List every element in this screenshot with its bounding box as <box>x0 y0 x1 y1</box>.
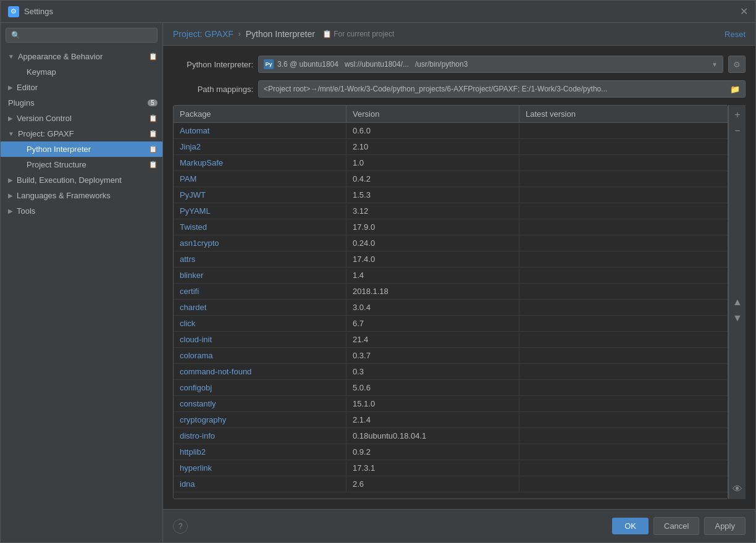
remove-package-button[interactable]: − <box>730 124 745 138</box>
package-name-cell: idna <box>174 476 346 492</box>
table-row[interactable]: chardet 3.0.4 <box>174 300 728 316</box>
breadcrumb-arrow: › <box>238 30 241 38</box>
package-name-cell: certifi <box>174 284 346 299</box>
chevron-right-icon: ▶ <box>8 192 13 199</box>
latest-cell <box>519 364 728 379</box>
table-row[interactable]: MarkupSafe 1.0 <box>174 155 728 171</box>
sidebar-item-project-gpaxf[interactable]: ▼ Project: GPAXF 📋 <box>1 126 162 141</box>
file-icon: 📋 <box>149 161 158 169</box>
bottom-bar: ? OK Cancel Apply <box>163 509 755 542</box>
latest-cell <box>519 267 728 283</box>
help-button[interactable]: ? <box>173 519 188 534</box>
latest-cell <box>519 380 728 395</box>
sidebar-item-label: Appearance & Behavior <box>18 52 103 61</box>
cancel-button[interactable]: Cancel <box>653 517 699 535</box>
breadcrumb-current: Python Interpreter <box>246 29 315 39</box>
table-row[interactable]: cloud-init 21.4 <box>174 332 728 348</box>
table-row[interactable]: colorama 0.3.7 <box>174 348 728 364</box>
sidebar-item-appearance[interactable]: ▼ Appearance & Behavior 📋 <box>1 49 162 64</box>
table-row[interactable]: cryptography 2.1.4 <box>174 412 728 428</box>
search-box[interactable]: 🔍 <box>6 28 158 43</box>
scroll-down-button[interactable]: ▼ <box>730 311 745 326</box>
table-row[interactable]: PAM 0.4.2 <box>174 171 728 187</box>
latest-cell <box>519 348 728 363</box>
table-row[interactable]: command-not-found 0.3 <box>174 364 728 380</box>
table-row[interactable]: PyJWT 1.5.3 <box>174 187 728 203</box>
table-row[interactable]: Automat 0.6.0 <box>174 123 728 139</box>
gear-button[interactable]: ⚙ <box>728 56 746 73</box>
sidebar-item-version-control[interactable]: ▶ Version Control 📋 <box>1 111 162 126</box>
app-icon: ⚙ <box>8 6 19 17</box>
version-cell: 17.9.0 <box>346 219 519 235</box>
sidebar: 🔍 ▼ Appearance & Behavior 📋 Keymap ▶ Edi <box>1 23 163 542</box>
package-name-cell: blinker <box>174 267 346 283</box>
table-row[interactable]: click 6.7 <box>174 316 728 332</box>
latest-cell <box>519 428 728 444</box>
latest-cell <box>519 251 728 267</box>
chevron-right-icon: ▶ <box>8 115 13 122</box>
chevron-right-icon: ▶ <box>8 84 13 91</box>
latest-cell <box>519 284 728 299</box>
breadcrumb-project[interactable]: Project: GPAXF <box>173 29 233 39</box>
table-row[interactable]: Twisted 17.9.0 <box>174 219 728 235</box>
package-name-cell: chardet <box>174 300 346 315</box>
table-body[interactable]: Automat 0.6.0 Jinja2 2.10 MarkupSafe 1.0… <box>174 123 728 499</box>
table-row[interactable]: distro-info 0.18ubuntu0.18.04.1 <box>174 428 728 444</box>
package-name-cell: distro-info <box>174 428 346 444</box>
search-input[interactable] <box>24 31 152 40</box>
table-row[interactable]: asn1crypto 0.24.0 <box>174 235 728 251</box>
sidebar-item-keymap[interactable]: Keymap <box>1 64 162 80</box>
sidebar-item-plugins[interactable]: Plugins 5 <box>1 95 162 111</box>
sidebar-item-languages[interactable]: ▶ Languages & Frameworks <box>1 188 162 203</box>
python-icon: Py <box>264 59 274 69</box>
close-button[interactable]: ✕ <box>740 6 748 17</box>
table-row[interactable]: hyperlink 17.3.1 <box>174 460 728 476</box>
sidebar-item-build[interactable]: ▶ Build, Execution, Deployment <box>1 172 162 188</box>
table-row[interactable]: httplib2 0.9.2 <box>174 444 728 460</box>
table-row[interactable]: idna 2.6 <box>174 476 728 492</box>
table-row[interactable]: blinker 1.4 <box>174 267 728 284</box>
path-selector[interactable]: <Project root>→/mnt/e/1-Work/3-Code/pyth… <box>258 80 746 98</box>
latest-cell <box>519 460 728 476</box>
latest-cell <box>519 139 728 154</box>
version-cell: 1.4 <box>346 267 519 283</box>
package-name-cell: command-not-found <box>174 364 346 379</box>
package-name-cell: PyYAML <box>174 203 346 219</box>
apply-button[interactable]: Apply <box>704 517 746 535</box>
chevron-down-icon: ▼ <box>8 130 14 137</box>
sidebar-item-tools[interactable]: ▶ Tools <box>1 203 162 219</box>
table-row[interactable]: Jinja2 2.10 <box>174 139 728 155</box>
interpreter-label: Python Interpreter: <box>173 60 253 69</box>
package-name-cell: Automat <box>174 123 346 138</box>
version-cell: 2.6 <box>346 476 519 492</box>
latest-cell <box>519 171 728 187</box>
settings-window: ⚙ Settings ✕ 🔍 ▼ Appearance & Behavior 📋… <box>0 0 756 543</box>
folder-icon[interactable]: 📁 <box>730 85 740 94</box>
version-cell: 17.4.0 <box>346 251 519 267</box>
reset-button[interactable]: Reset <box>724 30 746 39</box>
file-icon: 📋 <box>149 53 158 61</box>
latest-cell <box>519 219 728 235</box>
chevron-down-icon: ▼ <box>712 61 718 68</box>
package-name-cell: cryptography <box>174 412 346 427</box>
col-package: Package <box>174 106 346 122</box>
ok-button[interactable]: OK <box>612 518 649 534</box>
file-icon: 📋 <box>149 114 158 122</box>
package-name-cell: asn1crypto <box>174 235 346 251</box>
interpreter-selector[interactable]: Py 3.6 @ ubuntu1804 wsl://ubuntu1804/...… <box>258 56 723 73</box>
package-name-cell: PAM <box>174 171 346 187</box>
table-row[interactable]: configobj 5.0.6 <box>174 380 728 396</box>
table-row[interactable]: attrs 17.4.0 <box>174 251 728 267</box>
table-row[interactable]: PyYAML 3.12 <box>174 203 728 219</box>
scroll-up-button[interactable]: ▲ <box>730 295 745 309</box>
sidebar-item-python-interpreter[interactable]: Python Interpreter 📋 <box>1 141 162 157</box>
sidebar-item-label: Project: GPAXF <box>18 129 74 138</box>
eye-button[interactable]: 👁 <box>730 482 745 497</box>
sidebar-item-editor[interactable]: ▶ Editor <box>1 80 162 95</box>
sidebar-item-label: Plugins <box>8 98 35 107</box>
table-row[interactable]: certifi 2018.1.18 <box>174 284 728 300</box>
sidebar-item-project-structure[interactable]: Project Structure 📋 <box>1 157 162 172</box>
table-row[interactable]: constantly 15.1.0 <box>174 396 728 412</box>
add-package-button[interactable]: + <box>730 107 745 122</box>
version-cell: 0.9.2 <box>346 444 519 460</box>
